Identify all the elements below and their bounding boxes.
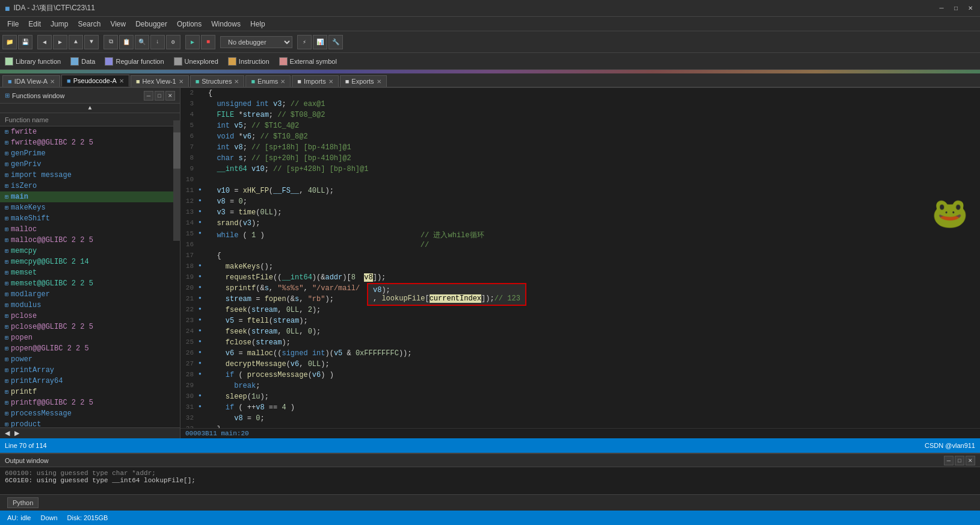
sidebar-btn-minimize[interactable]: ─ [144, 91, 153, 101]
item-icon: ⊞ [5, 388, 8, 396]
window-title: IDA - J:\项目\CTF\C23\11 [13, 3, 94, 13]
list-item[interactable]: ⊞malloc@@GLIBC 2 2 5 [0, 235, 180, 246]
tab-close-pseudo[interactable]: ✕ [119, 78, 124, 84]
menu-view[interactable]: View [105, 19, 131, 30]
toolbar-btn-fwd[interactable]: ▶ [53, 35, 67, 49]
toolbar-btn-refresh[interactable]: ↓ [150, 35, 165, 49]
output-title: Output window [5, 457, 49, 464]
menu-windows[interactable]: Windows [206, 19, 245, 30]
list-item[interactable]: ⊞pclose@@GLIBC 2 2 5 [0, 322, 180, 332]
window-controls: ─ □ ✕ [937, 4, 975, 13]
toolbar-btn-down2[interactable]: ▼ [84, 35, 99, 49]
toolbar-btn-extra1[interactable]: ⚡ [297, 35, 312, 49]
sidebar-function-list[interactable]: ⊞fwrite ⊞fwrite@@GLIBC 2 2 5 ⊞genPrime ⊞… [0, 126, 180, 427]
menu-search[interactable]: Search [73, 19, 105, 30]
toolbar-btn-back[interactable]: ◀ [37, 35, 52, 49]
toolbar-btn-stop[interactable]: ■ [201, 35, 215, 49]
output-btn-restore[interactable]: □ [955, 456, 964, 465]
close-button[interactable]: ✕ [966, 4, 975, 13]
sidebar-sort-arrow[interactable]: ▲ [88, 105, 91, 111]
statusbar-right: CSDN @vlan911 [925, 442, 975, 449]
toolbar-btn-save[interactable]: 💾 [18, 35, 32, 49]
list-item[interactable]: ⊞popen [0, 332, 180, 343]
item-icon: ⊞ [5, 247, 8, 255]
tab-close-hex[interactable]: ✕ [179, 78, 183, 85]
right-arrow-btn[interactable]: ▶ [14, 429, 19, 437]
list-item[interactable]: ⊞printArray64 [0, 376, 180, 387]
menu-help[interactable]: Help [245, 19, 270, 30]
item-icon: ⊞ [5, 237, 8, 244]
status-bar: Line 70 of 114 CSDN @vlan911 [0, 438, 980, 453]
code-line: 4 FILE *stream; // $T08_8@2 [180, 111, 980, 122]
sidebar-btn-restore[interactable]: □ [155, 91, 164, 101]
legend-regular: Regular function [105, 57, 164, 66]
item-icon: ⊞ [5, 269, 8, 276]
tab-pseudocode[interactable]: ■ Pseudocode-A ✕ [61, 75, 129, 87]
list-item[interactable]: ⊞genPrime [0, 148, 180, 159]
list-item[interactable]: ⊞malloc [0, 224, 180, 235]
menu-options[interactable]: Options [172, 19, 206, 30]
list-item[interactable]: ⊞modulus [0, 300, 180, 311]
toolbar-btn-code[interactable]: ⚙ [166, 35, 180, 49]
python-tab[interactable]: Python [7, 497, 39, 508]
toolbar-btn-open[interactable]: 📁 [2, 35, 17, 49]
code-line: 26 ● v6 = malloc((signed int)(v5 & 0xFFF… [180, 349, 980, 360]
list-item[interactable]: ⊞memset [0, 267, 180, 278]
legend-bar: Library function Data Regular function U… [0, 53, 980, 70]
toolbar-btn-search2[interactable]: 🔍 [135, 35, 149, 49]
toolbar-btn-run[interactable]: ▶ [185, 35, 200, 49]
tab-imports[interactable]: ■ Imports ✕ [292, 75, 338, 87]
list-item[interactable]: ⊞main [0, 191, 180, 202]
code-view[interactable]: 2 { 3 unsigned int v3; // eax@1 4 FILE *… [180, 88, 980, 428]
list-item[interactable]: ⊞makeKeys [0, 202, 180, 213]
toolbar-btn-paste[interactable]: 📋 [119, 35, 134, 49]
list-item[interactable]: ⊞popen@@GLIBC 2 2 5 [0, 343, 180, 354]
list-item[interactable]: ⊞pclose [0, 311, 180, 322]
list-item[interactable]: ⊞fwrite@@GLIBC 2 2 5 [0, 137, 180, 148]
tab-close-struct[interactable]: ✕ [234, 78, 239, 85]
tab-structures[interactable]: ■ Structures ✕ [190, 75, 245, 87]
tab-close-imports[interactable]: ✕ [328, 78, 333, 85]
tab-close-enums[interactable]: ✕ [280, 78, 285, 85]
menu-debugger[interactable]: Debugger [131, 19, 172, 30]
menu-edit[interactable]: Edit [23, 19, 46, 30]
tab-exports[interactable]: ■ Exports ✕ [340, 75, 387, 87]
debugger-select[interactable]: No debugger [220, 36, 292, 48]
tab-close-exports[interactable]: ✕ [377, 78, 381, 85]
item-icon: ⊞ [5, 377, 8, 385]
item-icon: ⊞ [5, 128, 8, 135]
list-item[interactable]: ⊞memcpy@@GLIBC 2 14 [0, 256, 180, 267]
list-item[interactable]: ⊞isZero [0, 181, 180, 191]
maximize-button[interactable]: □ [951, 4, 961, 13]
list-item[interactable]: ⊞makeShift [0, 213, 180, 224]
list-item[interactable]: ⊞printf@@GLIBC 2 2 5 [0, 397, 180, 408]
list-item[interactable]: ⊞fwrite [0, 126, 180, 137]
tab-close-ida[interactable]: ✕ [50, 78, 55, 85]
tab-hex-view[interactable]: ■ Hex View-1 ✕ [131, 75, 189, 87]
list-item[interactable]: ⊞memset@@GLIBC 2 2 5 [0, 278, 180, 289]
list-item[interactable]: ⊞memcpy [0, 246, 180, 256]
tab-ida-view[interactable]: ■ IDA View-A ✕ [2, 75, 60, 87]
list-item[interactable]: ⊞genPriv [0, 159, 180, 170]
sidebar-btn-close[interactable]: ✕ [165, 91, 175, 101]
tab-icon-exports: ■ [345, 78, 350, 85]
tab-enums[interactable]: ■ Enums ✕ [245, 75, 291, 87]
menu-file[interactable]: File [2, 19, 23, 30]
list-item[interactable]: ⊞power [0, 354, 180, 365]
toolbar-btn-copy[interactable]: ⧉ [103, 35, 118, 49]
menu-jump[interactable]: Jump [46, 19, 73, 30]
address-bar: 00003B11 main:20 [180, 428, 980, 438]
list-item[interactable]: ⊞printArray [0, 365, 180, 376]
toolbar-btn-up[interactable]: ▲ [69, 35, 83, 49]
output-btn-minimize[interactable]: ─ [944, 456, 954, 465]
list-item[interactable]: ⊞processMessage [0, 408, 180, 419]
toolbar-btn-extra2[interactable]: 📊 [313, 35, 327, 49]
minimize-button[interactable]: ─ [937, 4, 946, 13]
toolbar-btn-extra3[interactable]: 🔧 [328, 35, 343, 49]
list-item[interactable]: ⊞printf [0, 387, 180, 397]
left-arrow-btn[interactable]: ◀ [5, 429, 10, 437]
output-btn-close[interactable]: ✕ [966, 456, 975, 465]
list-item[interactable]: ⊞modlarger [0, 289, 180, 300]
list-item[interactable]: ⊞import message [0, 170, 180, 181]
list-item[interactable]: ⊞product [0, 419, 180, 427]
